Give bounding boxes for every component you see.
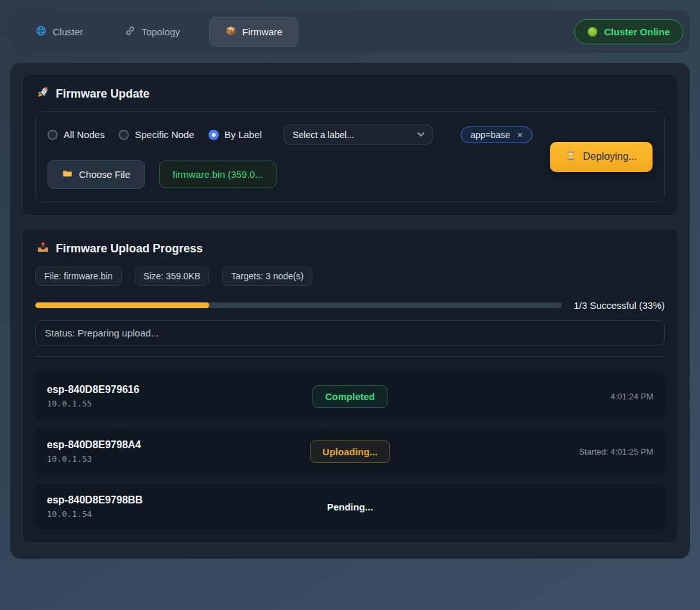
tab-label: Cluster [53,26,83,37]
node-status-badge: Completed [312,385,388,408]
size-badge: Size: 359.0KB [135,266,210,286]
target-radio-specific[interactable] [119,130,129,140]
upload-progress-card: Firmware Upload Progress File: firmware.… [22,229,678,543]
tab-firmware[interactable]: Firmware [209,17,299,47]
node-status-text: Pending... [325,496,376,518]
tab-topology[interactable]: Topology [112,17,192,47]
target-radio-bylabel[interactable] [209,130,219,140]
node-ip: 10.0.1.54 [47,509,325,519]
label-tag: app=base × [461,126,533,143]
chevron-down-icon [417,129,424,136]
firmware-update-title: Firmware Update [35,83,665,103]
upload-status-box: Status: Preparing upload... [35,320,665,345]
label-select[interactable]: Select a label... [284,125,432,144]
node-name: esp-840D8E9798BB [47,494,325,506]
deploy-form: All Nodes Specific Node By Label Select … [35,111,665,202]
package-icon [225,25,237,39]
label-tag-text: app=base [470,130,510,140]
node-time: Started: 4:01:25 PM [390,447,653,457]
deploy-button[interactable]: Deploying... [550,142,653,172]
globe-icon [35,25,47,39]
upload-info-badges: File: firmware.bin Size: 359.0KB Targets… [35,266,665,286]
target-radio-all[interactable] [47,130,58,140]
node-ip: 10.0.1.55 [47,399,312,408]
selected-file-chip: firmware.bin (359.0... [159,161,277,188]
top-nav: Cluster Topology Firmware [10,10,690,53]
cluster-status-label: Cluster Online [604,26,670,37]
label-select-value: Select a label... [293,130,354,140]
tab-label: Firmware [243,26,283,37]
target-mode-radios: All Nodes Specific Node By Label Select … [47,125,537,144]
cluster-status-badge: Cluster Online [574,19,683,44]
hourglass-icon [565,150,576,164]
node-name: esp-840D8E9798A4 [47,439,310,451]
node-ip: 10.0.1.53 [47,454,310,464]
tab-label: Topology [142,26,180,37]
remove-tag-icon[interactable]: × [517,130,523,139]
file-row: Choose File firmware.bin (359.0... [47,160,537,189]
divider [35,356,665,357]
nav-tabs: Cluster Topology Firmware [23,17,574,47]
folder-icon [62,168,73,180]
file-badge: File: firmware.bin [35,266,122,286]
green-circle-icon [588,27,597,37]
firmware-update-card: Firmware Update All Nodes Specific Node … [22,74,678,216]
radio-specific-node[interactable]: Specific Node [119,129,194,140]
radio-all-nodes[interactable]: All Nodes [47,129,105,140]
choose-file-button[interactable]: Choose File [47,160,145,189]
node-name: esp-840D8E979616 [47,384,312,396]
progress-label: 1/3 Successful (33%) [574,300,665,311]
upload-tray-icon [37,241,49,257]
rocket-icon [37,86,49,102]
upload-progress-title: Firmware Upload Progress [35,238,665,258]
progress-row: 1/3 Successful (33%) [35,300,665,311]
tab-cluster[interactable]: Cluster [23,17,96,47]
radio-by-label[interactable]: By Label [209,129,262,140]
node-row: esp-840D8E9798BB 10.0.1.54 Pending... [35,484,665,530]
node-list: esp-840D8E979616 10.0.1.55 Completed 4:0… [35,373,665,530]
progress-fill [35,302,209,308]
targets-badge: Targets: 3 node(s) [222,266,312,286]
node-status-badge: Uploading... [310,440,391,463]
node-row: esp-840D8E9798A4 10.0.1.53 Uploading... … [35,428,665,475]
node-time: 4:01:24 PM [388,392,653,401]
node-row: esp-840D8E979616 10.0.1.55 Completed 4:0… [35,373,665,419]
progress-bar [35,302,562,308]
link-icon [124,25,136,39]
main-content: Firmware Update All Nodes Specific Node … [10,63,690,559]
